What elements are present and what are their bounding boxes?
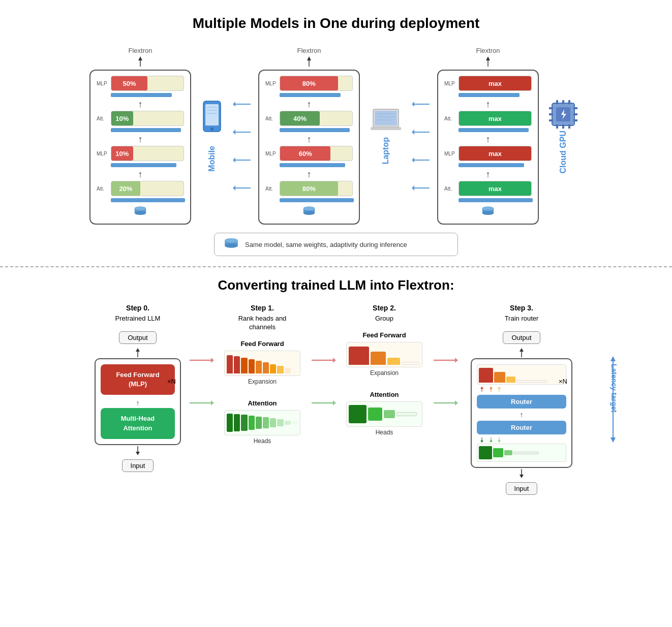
legend-box: Same model, same weights, adaptivity dur… [214, 233, 458, 256]
svg-marker-19 [233, 185, 235, 191]
svg-rect-48 [562, 100, 564, 104]
step-2: Step 2. Group Feed Forward Expansion [341, 303, 427, 436]
step-2-sub: Group [375, 315, 393, 323]
arr3 [233, 155, 253, 165]
llm-box-0: ×N Feed Forward(MLP) ↑ Multi-HeadAttenti… [95, 358, 181, 445]
arr5 [412, 99, 432, 109]
svg-marker-33 [412, 102, 414, 107]
svg-rect-54 [549, 113, 553, 115]
model-cloud: Flextron MLP max ↑ Att. max [437, 47, 539, 225]
svg-point-63 [225, 243, 238, 248]
svg-rect-50 [556, 124, 558, 129]
up-arrow-s0 [134, 348, 142, 358]
step-3-sub: Train router [505, 315, 539, 323]
gpu-icon [547, 98, 579, 131]
top-section: Multiple Models in One during deployment… [0, 0, 672, 267]
svg-point-4 [135, 211, 146, 215]
arrows-1 [233, 90, 253, 202]
down-arrow-s0 [134, 445, 142, 455]
svg-point-5 [135, 207, 146, 211]
svg-marker-84 [480, 387, 483, 389]
svg-rect-28 [371, 127, 401, 130]
svg-point-24 [303, 211, 315, 215]
legend-text: Same model, same weights, adaptivity dur… [245, 241, 407, 248]
arrows-2 [412, 90, 432, 202]
svg-marker-74 [333, 358, 336, 363]
router-box-3: ×N [471, 358, 572, 468]
svg-marker-72 [211, 400, 214, 405]
step-3-num: Step 3. [510, 303, 533, 312]
latency-label: Latency target [608, 364, 618, 413]
step-0-sub: Pretrained LLM [115, 315, 161, 323]
arrows-step-23 [427, 354, 463, 409]
step2-grouped-heads [346, 401, 422, 427]
step1-attn-label: Attention [224, 399, 300, 407]
svg-rect-52 [568, 124, 570, 129]
step1-ff: Feed Forward Expansion [224, 340, 300, 385]
arrows-step-12 [306, 354, 341, 409]
bottom-section: Converting trained LLM into Flextron: St… [0, 267, 672, 505]
svg-point-25 [303, 207, 315, 211]
laptop-device-col: Laptop [368, 107, 404, 164]
svg-marker-76 [333, 400, 336, 405]
router-btn-ffn: Router [477, 395, 566, 409]
svg-marker-88 [498, 387, 501, 389]
bottom-title: Converting trained LLM into Flextron: [20, 277, 652, 293]
device-label-mobile: Mobile [207, 146, 217, 172]
arr8 [412, 183, 432, 193]
attn-router-arrows [477, 436, 517, 443]
flextron-label-1: Flextron [129, 47, 152, 54]
step1-attn: Attention Heads [224, 399, 300, 445]
step-1-num: Step 1. [251, 303, 274, 312]
step2-grouped-expansion [346, 342, 422, 367]
svg-marker-78 [455, 358, 458, 363]
steps-row: Step 0. Pretrained LLM Output ×N Feed Fo… [20, 303, 652, 495]
svg-rect-58 [573, 119, 577, 121]
legend-db-icon [223, 237, 240, 252]
up-arrow-1 [136, 56, 144, 69]
ffn-router-arrows [477, 387, 517, 393]
svg-rect-47 [556, 100, 558, 104]
laptop-icon [368, 107, 404, 137]
svg-marker-41 [486, 56, 490, 60]
model-laptop: Flextron MLP 80% ↑ Att. 40% [258, 47, 360, 225]
device-label-cloud: Cloud GPU [559, 131, 568, 173]
ffn-block-0: Feed Forward(MLP) [101, 364, 175, 395]
arr4 [233, 183, 253, 193]
svg-marker-39 [412, 185, 414, 191]
svg-rect-27 [375, 111, 397, 126]
step2-heads-label: Heads [346, 429, 422, 436]
svg-marker-70 [211, 358, 214, 363]
up-arrow-3 [484, 56, 492, 69]
step1-ff-label: Feed Forward [224, 340, 300, 348]
attn-block-0: Multi-HeadAttention [101, 408, 175, 438]
output-box-0: Output [119, 331, 156, 344]
arr6 [412, 127, 432, 137]
output-box-3: Output [503, 331, 540, 344]
svg-marker-94 [498, 441, 501, 443]
db-icon-2 [301, 205, 317, 218]
svg-marker-90 [480, 441, 483, 443]
flextron-label-2: Flextron [297, 47, 321, 54]
svg-point-44 [482, 211, 494, 215]
svg-marker-82 [520, 348, 524, 352]
svg-marker-80 [455, 400, 458, 405]
step-0-num: Step 0. [126, 303, 149, 312]
arr7 [412, 155, 432, 165]
svg-rect-51 [562, 124, 564, 129]
step-1: Step 1. Rank heads and channels Feed For… [219, 303, 306, 445]
down-arrow-s3 [517, 468, 526, 478]
gpu-device-col: Cloud GPU [547, 98, 579, 173]
up-arrow-s3 [517, 348, 526, 358]
svg-marker-21 [307, 56, 311, 60]
svg-marker-96 [520, 475, 524, 478]
svg-rect-56 [573, 107, 577, 109]
svg-point-64 [225, 238, 238, 243]
step2-attn: Attention Heads [346, 391, 422, 436]
svg-marker-86 [490, 387, 493, 389]
main-title: Multiple Models in One during deployment [20, 15, 652, 32]
flextron-box-1: MLP 50% ↑ Att. 10% ↑ [89, 70, 191, 225]
step2-ff: Feed Forward Expansion [346, 331, 422, 377]
svg-marker-98 [610, 356, 616, 361]
flextron-box-3: MLP max ↑ Att. max ↑ MLP [437, 70, 539, 225]
